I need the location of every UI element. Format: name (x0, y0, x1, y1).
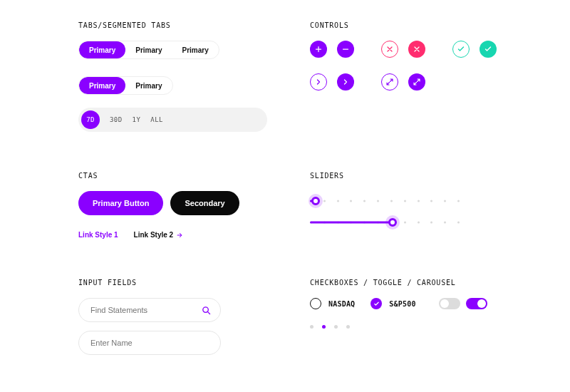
checkbox-label: S&P500 (389, 300, 415, 308)
plus-icon[interactable] (310, 41, 327, 58)
link-style-2-label: Link Style 2 (134, 231, 174, 239)
toggle-on[interactable] (466, 298, 487, 309)
segmented-tabs-a: Primary Primary Primary (78, 41, 219, 59)
segmented-tab[interactable]: Primary (172, 41, 219, 58)
close-icon[interactable] (408, 41, 425, 58)
link-style-2[interactable]: Link Style 2 (134, 231, 184, 239)
checkbox-label: NASDAQ (328, 300, 355, 308)
carousel-dots (310, 325, 499, 329)
segmented-tab[interactable]: Primary (125, 41, 172, 58)
carousel-dot[interactable] (346, 325, 350, 329)
carousel-dot[interactable] (334, 325, 338, 329)
slider-thumb[interactable] (388, 218, 397, 227)
expand-icon[interactable] (381, 73, 398, 91)
slider-fill (310, 222, 393, 224)
link-style-1[interactable]: Link Style 1 (78, 231, 118, 239)
slider-ticks (310, 200, 460, 202)
time-range-tabs: 7D 30D 1Y ALL (78, 108, 267, 132)
time-chip[interactable]: 30D (110, 116, 123, 123)
time-chip[interactable]: 1Y (133, 116, 141, 123)
section-title-controls: CONTROLS (310, 21, 499, 29)
arrow-right-icon (176, 232, 183, 239)
section-title-sliders: SLIDERS (310, 172, 499, 180)
checkbox-nasdaq[interactable] (310, 298, 321, 309)
slider-a[interactable] (310, 197, 460, 205)
search-field[interactable] (78, 298, 221, 322)
segmented-tab[interactable]: Primary (125, 77, 172, 94)
name-input[interactable] (90, 339, 212, 347)
chevron-right-icon[interactable] (337, 73, 354, 91)
section-title-inputs: INPUT FIELDS (78, 279, 267, 287)
minus-icon[interactable] (337, 41, 354, 58)
section-title-misc: CHECKBOXES / TOGGLE / CAROUSEL (310, 279, 499, 287)
check-icon[interactable] (452, 41, 470, 58)
close-icon[interactable] (381, 41, 398, 58)
chevron-right-icon[interactable] (310, 73, 327, 91)
expand-icon[interactable] (408, 73, 425, 91)
slider-b[interactable] (310, 218, 460, 227)
time-chip[interactable]: ALL (150, 116, 163, 123)
carousel-dot[interactable] (310, 325, 314, 329)
carousel-dot[interactable] (322, 325, 326, 329)
time-chip[interactable]: 7D (81, 110, 100, 129)
section-title-tabs: TABS/SEGMENTED TABS (78, 21, 267, 29)
search-icon[interactable] (201, 305, 212, 316)
checkbox-sp500[interactable] (370, 298, 382, 309)
search-input[interactable] (90, 306, 195, 314)
segmented-tab[interactable]: Primary (79, 77, 125, 94)
check-icon[interactable] (480, 41, 497, 58)
segmented-tab[interactable]: Primary (79, 41, 125, 58)
slider-thumb[interactable] (311, 197, 320, 205)
name-field[interactable] (78, 331, 221, 355)
primary-button[interactable]: Primary Button (78, 191, 163, 215)
secondary-button[interactable]: Secondary (170, 191, 239, 215)
section-title-ctas: CTAS (78, 172, 267, 180)
toggle-off[interactable] (439, 298, 460, 309)
segmented-tabs-b: Primary Primary (78, 76, 173, 95)
